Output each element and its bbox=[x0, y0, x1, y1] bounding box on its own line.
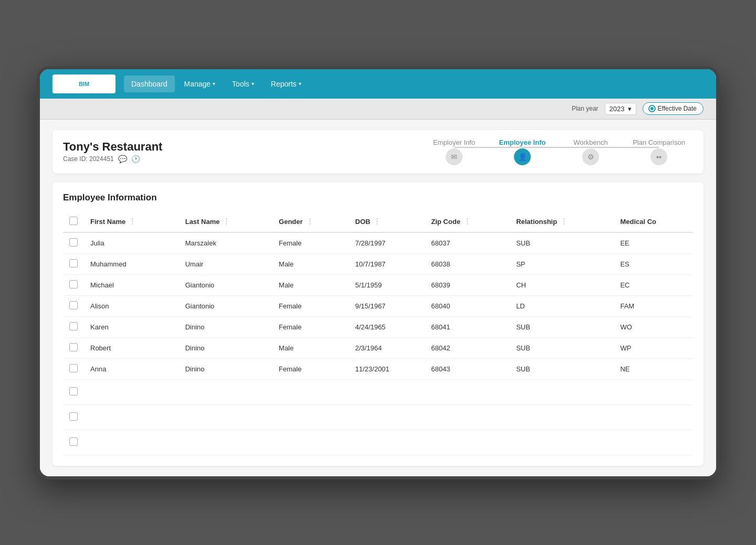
table-row[interactable]: Robert Dinino Male 2/3/1964 68042 SUB WP bbox=[63, 337, 693, 358]
empty-row-checkbox-1[interactable] bbox=[69, 412, 78, 421]
last-name-drag[interactable]: ⋮ bbox=[223, 217, 230, 226]
empty-row-checkbox-cell bbox=[63, 379, 84, 404]
row-dob: 4/24/1965 bbox=[349, 316, 425, 337]
row-first-name: Karen bbox=[84, 316, 179, 337]
row-checkbox-cell bbox=[63, 295, 84, 316]
tab-plan-comparison[interactable]: Plan Comparison ▪▪ bbox=[625, 138, 693, 165]
relationship-drag[interactable]: ⋮ bbox=[560, 217, 568, 226]
plan-year-label: Plan year bbox=[572, 105, 598, 112]
tab-nav: Employer Info ✉ Employee Info 👤 Workbenc… bbox=[420, 138, 693, 165]
nav-tools[interactable]: Tools ▾ bbox=[225, 76, 261, 92]
nav-manage[interactable]: Manage ▾ bbox=[177, 76, 223, 92]
row-last-name: Umair bbox=[179, 253, 272, 274]
row-checkbox-cell bbox=[63, 337, 84, 358]
row-relationship: CH bbox=[510, 274, 614, 295]
row-gender: Female bbox=[272, 295, 349, 316]
chat-icon[interactable]: 💬 bbox=[118, 155, 127, 163]
row-dob: 7/28/1997 bbox=[349, 232, 425, 254]
tab-employer-info[interactable]: Employer Info ✉ bbox=[420, 138, 488, 165]
zip-code-drag[interactable]: ⋮ bbox=[464, 217, 471, 226]
row-medical-co: FAM bbox=[614, 295, 693, 316]
table-row[interactable]: Michael Giantonio Male 5/1/1959 68039 CH… bbox=[63, 274, 693, 295]
tab-employer-info-icon: ✉ bbox=[446, 148, 463, 165]
plan-year-select[interactable]: 2023 ▾ bbox=[605, 103, 636, 115]
top-nav: BIM Dashboard Manage ▾ Tools ▾ Reports ▾ bbox=[40, 69, 716, 99]
table-row-empty bbox=[63, 379, 693, 404]
row-checkbox-cell bbox=[63, 253, 84, 274]
row-checkbox-6[interactable] bbox=[69, 364, 78, 372]
table-row-empty bbox=[63, 430, 693, 455]
tab-plan-comparison-icon: ▪▪ bbox=[650, 148, 667, 165]
th-last-name: Last Name ⋮ bbox=[179, 211, 272, 232]
row-gender: Female bbox=[272, 316, 349, 337]
row-medical-co: WP bbox=[614, 337, 693, 358]
row-relationship: LD bbox=[510, 295, 614, 316]
row-relationship: SUB bbox=[510, 358, 614, 379]
row-zip-code: 68037 bbox=[425, 232, 510, 254]
tab-employee-info-label: Employee Info bbox=[499, 138, 546, 146]
empty-row-checkbox-cell bbox=[63, 430, 84, 455]
tab-workbench-icon: ⚙ bbox=[582, 148, 599, 165]
row-dob: 11/23/2001 bbox=[349, 358, 425, 379]
table-row[interactable]: Julia Marszalek Female 7/28/1997 68037 S… bbox=[63, 232, 693, 254]
row-medical-co: NE bbox=[614, 358, 693, 379]
tab-employee-info[interactable]: Employee Info 👤 bbox=[488, 138, 556, 165]
gender-drag[interactable]: ⋮ bbox=[306, 217, 313, 226]
row-dob: 5/1/1959 bbox=[349, 274, 425, 295]
th-medical-co: Medical Co bbox=[614, 211, 693, 232]
table-row[interactable]: Karen Dinino Female 4/24/1965 68041 SUB … bbox=[63, 316, 693, 337]
tools-chevron: ▾ bbox=[251, 81, 254, 87]
th-gender: Gender ⋮ bbox=[272, 211, 349, 232]
case-meta: Case ID: 2024451 💬 🕐 bbox=[63, 155, 162, 163]
row-checkbox-cell bbox=[63, 358, 84, 379]
row-gender: Male bbox=[272, 253, 349, 274]
row-checkbox-4[interactable] bbox=[69, 322, 78, 330]
table-row[interactable]: Anna Dinino Female 11/23/2001 68043 SUB … bbox=[63, 358, 693, 379]
section-title: Employee Information bbox=[63, 193, 693, 203]
effective-date-dot bbox=[649, 106, 655, 111]
row-medical-co: EC bbox=[614, 274, 693, 295]
row-zip-code: 68042 bbox=[425, 337, 510, 358]
row-checkbox-2[interactable] bbox=[69, 280, 78, 288]
empty-row-checkbox-cell bbox=[63, 404, 84, 430]
empty-row-checkbox-2[interactable] bbox=[69, 437, 78, 446]
row-gender: Female bbox=[272, 232, 349, 254]
case-info: Tony's Restaurant Case ID: 2024451 💬 🕐 bbox=[63, 140, 162, 163]
row-relationship: SP bbox=[510, 253, 614, 274]
th-relationship: Relationship ⋮ bbox=[510, 211, 614, 232]
row-last-name: Giantonio bbox=[179, 274, 272, 295]
row-last-name: Dinino bbox=[179, 358, 272, 379]
row-dob: 9/15/1967 bbox=[349, 295, 425, 316]
table-row[interactable]: Muhammed Umair Male 10/7/1987 68038 SP E… bbox=[63, 253, 693, 274]
effective-date-button[interactable]: Effective Date bbox=[643, 102, 704, 115]
nav-dashboard[interactable]: Dashboard bbox=[124, 76, 175, 92]
employee-table: First Name ⋮ Last Name ⋮ bbox=[63, 211, 693, 455]
row-relationship: SUB bbox=[510, 337, 614, 358]
tab-workbench-label: Workbench bbox=[573, 138, 608, 146]
row-last-name: Marszalek bbox=[179, 232, 272, 254]
header-checkbox[interactable] bbox=[69, 217, 78, 225]
row-medical-co: ES bbox=[614, 253, 693, 274]
row-checkbox-cell bbox=[63, 316, 84, 337]
first-name-drag[interactable]: ⋮ bbox=[129, 217, 136, 226]
row-relationship: SUB bbox=[510, 316, 614, 337]
row-last-name: Dinino bbox=[179, 337, 272, 358]
reports-chevron: ▾ bbox=[299, 81, 301, 87]
history-icon[interactable]: 🕐 bbox=[131, 155, 140, 163]
empty-row-checkbox-0[interactable] bbox=[69, 387, 78, 396]
th-dob: DOB ⋮ bbox=[349, 211, 425, 232]
row-checkbox-5[interactable] bbox=[69, 343, 78, 351]
row-checkbox-3[interactable] bbox=[69, 301, 78, 309]
dob-drag[interactable]: ⋮ bbox=[373, 217, 381, 226]
row-checkbox-0[interactable] bbox=[69, 238, 78, 247]
th-first-name: First Name ⋮ bbox=[84, 211, 179, 232]
nav-reports[interactable]: Reports ▾ bbox=[264, 76, 309, 92]
row-dob: 2/3/1964 bbox=[349, 337, 425, 358]
sub-header: Plan year 2023 ▾ Effective Date bbox=[40, 99, 716, 120]
row-checkbox-1[interactable] bbox=[69, 259, 78, 268]
table-row[interactable]: Alison Giantonio Female 9/15/1967 68040 … bbox=[63, 295, 693, 316]
row-last-name: Dinino bbox=[179, 316, 272, 337]
row-gender: Female bbox=[272, 358, 349, 379]
tab-workbench[interactable]: Workbench ⚙ bbox=[556, 138, 625, 165]
main-content: Tony's Restaurant Case ID: 2024451 💬 🕐 E… bbox=[40, 120, 716, 476]
